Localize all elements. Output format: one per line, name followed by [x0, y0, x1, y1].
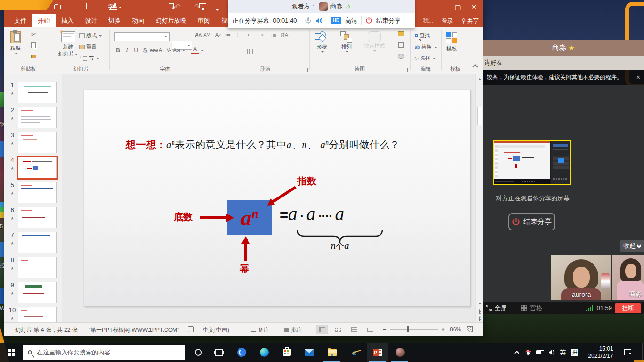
shared-screen-preview[interactable] — [493, 140, 571, 185]
video-tile-aurora[interactable]: aurora — [551, 255, 611, 300]
shape-fill-icon[interactable] — [398, 31, 404, 36]
clock-app-icon[interactable] — [231, 343, 252, 362]
tray-expand-chevron[interactable] — [512, 343, 522, 362]
desktop-icon-fragment[interactable] — [0, 288, 4, 304]
action-center-icon[interactable] — [620, 343, 635, 362]
desktop-icon-fragment[interactable] — [0, 242, 4, 257]
change-case-button[interactable]: Aa — [173, 47, 181, 54]
fullscreen-label[interactable]: 全屏 — [495, 304, 507, 313]
slide-thumbnail-10[interactable] — [18, 307, 57, 322]
open-folder-icon[interactable] — [54, 4, 61, 11]
slide[interactable]: 想一想：an表示的意义是什么？其中a、n、 an分别叫做什么？ an 指数 底数… — [84, 90, 471, 306]
shapes-button[interactable]: 形状 — [315, 31, 329, 53]
file-explorer-icon[interactable] — [322, 343, 342, 362]
tab-transitions[interactable]: 切换 — [103, 14, 126, 27]
tab-insert[interactable]: 插入 — [56, 14, 79, 27]
slideshow-icon[interactable] — [199, 3, 206, 10]
close-button[interactable]: ✕ — [466, 1, 482, 13]
clear-format-icon[interactable]: A̷ — [213, 32, 221, 39]
tab-home[interactable]: 开始 — [32, 14, 56, 27]
previous-slide-button[interactable]: ▲▲ — [478, 309, 482, 314]
slide-thumbnail-9[interactable] — [18, 282, 57, 303]
underline-button[interactable]: U — [132, 47, 140, 54]
zoom-in-button[interactable]: + — [441, 326, 445, 333]
hang-up-button[interactable]: 挂断 — [615, 303, 641, 313]
meeting-app-icon[interactable] — [389, 343, 410, 362]
maximize-button[interactable]: ▢ — [450, 1, 466, 13]
stop-share-button[interactable]: 结束分享 — [376, 16, 401, 25]
cut-icon[interactable]: ✂ — [31, 31, 36, 38]
template-button[interactable]: 模板 — [446, 32, 457, 52]
layout-button[interactable]: 版式 — [79, 32, 102, 39]
normal-view-button[interactable] — [316, 325, 328, 334]
invite-friends-row[interactable]: 请好友 — [483, 56, 644, 70]
cortana-button[interactable] — [188, 343, 208, 362]
slide-scrollbar[interactable]: ▲▲ ▼▼ — [475, 74, 483, 322]
spellcheck-icon[interactable]: 字A — [108, 3, 117, 10]
show-desktop-sliver[interactable] — [642, 343, 644, 362]
qat-customize-icon[interactable] — [215, 5, 219, 13]
drawing-dialog-launcher[interactable] — [404, 68, 408, 72]
fullscreen-icon[interactable] — [486, 305, 492, 311]
slide-thumbnail-3[interactable] — [18, 132, 57, 153]
power-box[interactable]: an — [227, 200, 272, 235]
tell-me-box[interactable]: 我... — [419, 14, 438, 27]
section-button[interactable]: *节 — [79, 55, 99, 62]
bold-button[interactable]: B — [114, 47, 122, 54]
italic-button[interactable]: I — [123, 47, 131, 54]
slideshow-view-button[interactable] — [364, 325, 376, 334]
decrease-font-icon[interactable]: A˅ — [203, 32, 211, 39]
replace-button[interactable]: ab替换 — [415, 43, 437, 50]
tab-file[interactable]: 文件 — [8, 14, 32, 27]
select-button[interactable]: ▷选择 — [415, 55, 436, 62]
hd-quality-button[interactable]: 高清 — [345, 16, 357, 25]
reset-button[interactable]: 重置 — [79, 43, 97, 50]
zoom-out-button[interactable]: − — [383, 326, 386, 333]
reading-view-button[interactable] — [348, 325, 360, 334]
new-document-icon[interactable] — [85, 3, 92, 10]
paragraph-dialog-launcher[interactable] — [304, 68, 308, 72]
edge-icon[interactable] — [254, 343, 274, 362]
video-tile-shangmiao[interactable]: 商淼 — [612, 255, 644, 300]
store-icon[interactable] — [276, 343, 297, 362]
qq-tray-icon[interactable] — [522, 343, 534, 362]
new-slide-button[interactable]: ✳ 新建 幻灯片 — [58, 31, 78, 58]
share-button[interactable]: ⚲共享 — [457, 14, 483, 27]
slide-sorter-button[interactable] — [332, 325, 344, 334]
notice-close-icon[interactable]: × — [636, 74, 640, 81]
taskbar-search[interactable]: 在这里输入你要搜索的内容 — [23, 345, 185, 360]
internet-explorer-icon[interactable]: e — [344, 343, 365, 362]
speaker-icon[interactable] — [315, 17, 323, 24]
font-dialog-launcher[interactable] — [215, 68, 219, 72]
char-spacing-button[interactable]: A↔V — [159, 48, 167, 53]
end-share-button[interactable]: 结束分享 — [508, 213, 555, 230]
shadow-button[interactable]: S — [141, 47, 149, 54]
clock-tray[interactable]: 15:012021/2/17 — [583, 343, 619, 362]
collapse-ribbon-icon[interactable] — [472, 64, 478, 69]
slide-thumbnail-6[interactable] — [18, 207, 57, 228]
font-color-button[interactable]: A — [191, 46, 199, 54]
zoom-slider-track[interactable] — [390, 329, 438, 330]
quick-styles-button[interactable]: 快速样式 — [364, 31, 385, 52]
arrange-button[interactable]: 排列 — [339, 31, 354, 53]
volume-icon[interactable] — [546, 343, 557, 362]
start-button[interactable] — [0, 343, 23, 362]
paragraph-icons-row2[interactable] — [225, 47, 305, 56]
fit-to-window-icon[interactable] — [467, 326, 473, 332]
tab-design[interactable]: 设计 — [79, 14, 103, 27]
shape-effects-icon[interactable] — [398, 54, 404, 59]
accessibility-icon[interactable] — [188, 326, 194, 332]
collapse-videos-button[interactable]: 收起 — [620, 240, 644, 252]
grid-view-icon[interactable] — [521, 305, 527, 311]
desktop-icon-fragment[interactable] — [0, 141, 4, 157]
undo-icon[interactable]: ↶ — [174, 2, 181, 11]
zoom-slider-thumb[interactable] — [407, 326, 409, 332]
slide-thumbnail-2[interactable] — [18, 107, 57, 128]
next-slide-button[interactable]: ▼▼ — [478, 317, 482, 321]
comments-button[interactable]: 批注 — [284, 326, 302, 334]
slide-thumbnail-5[interactable] — [18, 182, 57, 203]
zoom-percent[interactable]: 86% — [450, 326, 461, 333]
font-name-combo[interactable] — [114, 32, 170, 41]
paragraph-icons-row1[interactable]: ≔⋮≡⇤≡⇥≡↕≡⇵A — [225, 32, 305, 38]
battery-icon[interactable] — [534, 343, 546, 362]
